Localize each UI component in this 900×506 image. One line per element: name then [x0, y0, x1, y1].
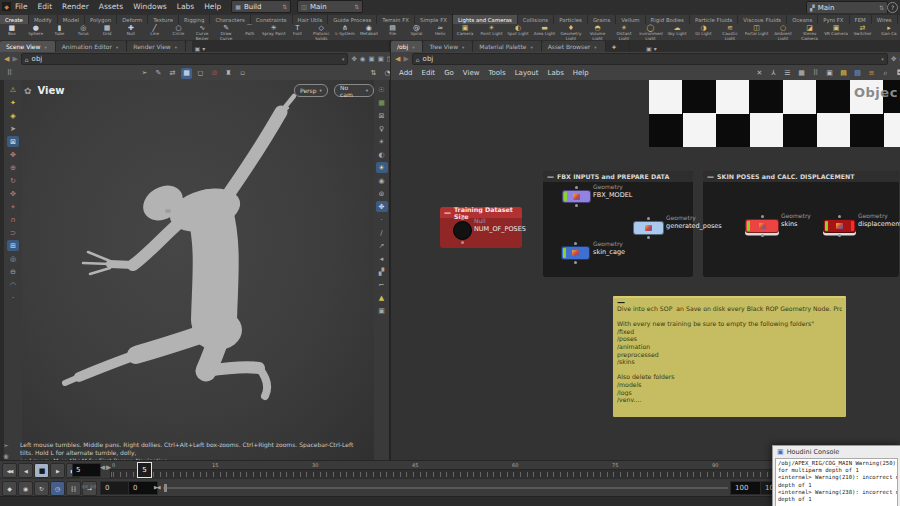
shelf-tab[interactable]: Wires [872, 15, 898, 24]
menu-item[interactable]: Render [62, 2, 89, 11]
viewport-side-tool-icon[interactable]: ✥ [7, 149, 19, 160]
shelf-tab[interactable]: Collisions [518, 15, 554, 24]
shelf-tool[interactable]: ▸ Gan Ca [877, 24, 900, 41]
shelf-tool[interactable]: ○ Ambient Light [771, 24, 795, 41]
menu-item[interactable]: Help [204, 2, 221, 11]
playback-option-button[interactable]: ◷ [50, 481, 65, 496]
network-toolbar-icon[interactable]: ▣ [824, 68, 835, 79]
path-toolbar-icon[interactable]: ▣ [378, 55, 384, 63]
viewport-side-tool-icon[interactable]: ◈ [7, 110, 19, 121]
shelf-tab[interactable]: Grains [588, 15, 616, 24]
shelf-tool[interactable]: ☁ Sky Light [665, 24, 689, 41]
viewport-display-icon[interactable]: ∕ [376, 227, 388, 238]
path-field[interactable]: ⌂ obj ▾ [412, 53, 888, 65]
viewport-side-tool-icon[interactable]: ⊕ [7, 162, 19, 173]
range-step-button[interactable]: ▶▮ [91, 483, 96, 489]
shelf-tab[interactable]: Texture [148, 15, 179, 24]
path-toolbar-icon[interactable]: ✥ [891, 55, 896, 63]
path-toolbar-icon[interactable]: ✥ [351, 55, 356, 63]
viewport-tool-icon[interactable]: ▦ [181, 68, 192, 79]
shelf-tab[interactable]: Pyro FX [818, 15, 849, 24]
shelf-tab[interactable]: Modify [29, 15, 58, 24]
menu-item[interactable]: File [15, 2, 28, 11]
shelf-tool[interactable]: ∿ Curve Bezier [190, 24, 214, 41]
shelf-tab[interactable]: Oceans [787, 15, 818, 24]
viewport-display-icon[interactable]: ♀ [376, 123, 388, 134]
shelf-tool[interactable]: T Font [286, 24, 310, 41]
desktop-selector[interactable]: ▦ Build ⇅ [231, 0, 291, 13]
pane-tab[interactable]: Tree View [423, 41, 473, 52]
pane-tab[interactable]: Render View [127, 41, 186, 52]
shelf-tool[interactable]: ✎ Draw Curve [214, 24, 238, 41]
viewport-tool-icon[interactable]: ⇄ [167, 68, 178, 79]
range-start-field[interactable]: 0 [100, 481, 130, 495]
playback-option-button[interactable]: ↻ [34, 481, 49, 496]
shelf-tab[interactable]: Polygon [85, 15, 117, 24]
network-menu-item[interactable]: Go [444, 69, 454, 77]
playback-option-button[interactable]: ◆ [2, 481, 17, 496]
perspective-selector[interactable]: Persp ▾ [294, 84, 328, 97]
transport-button[interactable]: ▶ [50, 463, 65, 478]
network-menu-item[interactable]: Labs [548, 69, 564, 77]
network-toolbar-icon[interactable]: ▦ [796, 68, 807, 79]
viewport-tool-icon[interactable]: ▫ [237, 68, 248, 79]
current-frame-field[interactable]: 5 [72, 463, 101, 477]
viewport-display-icon[interactable]: ☀ [376, 162, 388, 173]
camera-selector[interactable]: No cam ▾ [334, 84, 374, 97]
back-icon[interactable]: ◀ [4, 55, 9, 63]
shelf-tab[interactable]: Particles [554, 15, 588, 24]
shelf-tool[interactable]: ☀ Point Light [480, 24, 504, 41]
transport-button[interactable]: ■ [34, 463, 49, 478]
shelf-tab[interactable]: Constraints [251, 15, 293, 24]
shelf-tool[interactable]: @ Spiral [405, 24, 429, 41]
viewport-tool-icon[interactable]: ⇅ [368, 68, 379, 79]
shelf-tool[interactable]: ■ Box [0, 24, 24, 41]
viewport-display-icon[interactable]: ↗ [376, 240, 388, 251]
pane-tab[interactable]: Material Palette [473, 41, 541, 52]
shelf-tool[interactable]: ◉ Metaball [357, 24, 381, 41]
network-toolbar-icon[interactable]: ◘ [894, 68, 900, 79]
node-flag[interactable] [747, 221, 750, 231]
viewport-side-tool-icon[interactable]: · [7, 292, 19, 303]
grip-icon[interactable]: ⠿ [4, 68, 15, 79]
playback-option-button[interactable]: ◉ [18, 481, 33, 496]
viewport-side-tool-icon[interactable]: ◠ [7, 279, 19, 290]
network-toolbar-icon[interactable]: ⅄ [768, 68, 779, 79]
network-menu-item[interactable]: Layout [515, 69, 539, 77]
shelf-tool[interactable]: ◑ GI Light [692, 24, 716, 41]
viewport-side-tool-icon[interactable]: ∩ [7, 214, 19, 225]
shelf-tab[interactable]: Rigging [179, 15, 210, 24]
network-toolbar-icon[interactable]: ▧ [852, 68, 863, 79]
shelf-tab[interactable]: Model [58, 15, 85, 24]
node-skins[interactable] [745, 219, 779, 233]
shelf-tool[interactable]: ☀ Distant Light [612, 24, 636, 41]
shelf-tool[interactable]: ○ Circle [167, 24, 191, 41]
forward-icon[interactable]: ▶ [403, 55, 408, 63]
playback-option-button[interactable]: ⁅⁆ [66, 481, 81, 496]
viewport-tool-icon[interactable]: ➣ [139, 68, 150, 79]
network-menu-item[interactable]: Add [399, 69, 413, 77]
shelf-tab[interactable]: Particle Fluids [690, 15, 738, 24]
menu-item[interactable]: Windows [133, 2, 166, 11]
shelf-tool[interactable]: ♦ Geometry Light [559, 24, 583, 41]
viewport-tool-icon[interactable]: ◻ [195, 68, 206, 79]
network-toolbar-icon[interactable]: ≡ [866, 68, 877, 79]
node-flag[interactable] [825, 221, 828, 231]
shelf-tool[interactable]: ▣ Camera [453, 24, 477, 41]
shelf-tool[interactable]: ⌒ Path [238, 24, 262, 41]
playback-end-field[interactable]: 100 [730, 481, 762, 495]
node-skin-cage[interactable] [561, 246, 590, 260]
network-toolbar-icon[interactable]: ▤ [838, 68, 849, 79]
forward-icon[interactable]: ▶ [12, 55, 17, 63]
network-menu-item[interactable]: Edit [422, 69, 436, 77]
viewport-side-tool-icon[interactable]: ⊠ [7, 136, 19, 147]
path-toolbar-icon[interactable]: ▣ [369, 55, 375, 63]
houdini-console-window[interactable]: ▣ Houdini Console /obj/APEX_RIG/COG_MAIN… [772, 445, 900, 506]
shelf-tool[interactable]: ▮ Tube [48, 24, 72, 41]
range-step-button[interactable]: ▮◀ [82, 483, 87, 489]
pane-tab[interactable]: + [606, 41, 630, 52]
shelf-tab[interactable]: Characters [210, 15, 250, 24]
viewport-side-tool-icon[interactable]: ✜ [7, 188, 19, 199]
shelf-tool[interactable]: ▬ Area Light [533, 24, 557, 41]
viewport-side-tool-icon[interactable]: ➤ [7, 123, 19, 134]
